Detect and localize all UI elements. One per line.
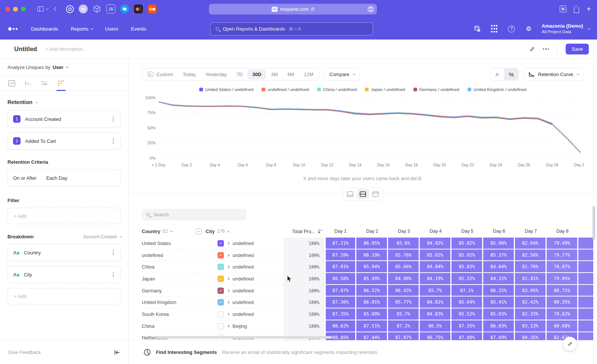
table-search[interactable] <box>142 209 246 220</box>
retention-cell[interactable]: 86.58% <box>325 273 356 285</box>
report-title[interactable]: Untitled <box>14 46 37 53</box>
find-segments-title[interactable]: Find Interesting Segments <box>156 349 217 355</box>
help-icon[interactable]: ? <box>507 25 516 33</box>
tab-flows[interactable] <box>41 76 48 91</box>
retention-cell[interactable]: 82.04% <box>515 238 547 250</box>
retention-step-1[interactable]: 1 Account Created <box>7 110 121 128</box>
retention-cell[interactable]: 85.82% <box>451 238 483 250</box>
retention-section-title[interactable]: Retention <box>7 99 121 105</box>
city-cell[interactable]: ✓undefined <box>196 273 284 285</box>
view-split-button[interactable] <box>357 189 369 199</box>
criteria-card[interactable]: On or After Each Day <box>7 169 121 186</box>
kebab-menu-icon[interactable] <box>111 270 115 279</box>
retention-cell[interactable]: 84.84% <box>420 261 451 273</box>
retention-cell[interactable]: 86.5% <box>420 320 451 332</box>
data-management-icon[interactable] <box>473 25 481 33</box>
retention-cell[interactable]: 87.35% <box>451 320 483 332</box>
retention-cell[interactable]: 82.56% <box>515 250 547 261</box>
city-cell[interactable]: ✓undefined <box>196 296 284 308</box>
close-window-button[interactable] <box>5 7 10 12</box>
step-event-label[interactable]: Added To Cart <box>25 138 56 144</box>
retention-cell[interactable]: 84.32% <box>483 273 515 285</box>
page-options-icon[interactable]: ••• <box>368 6 374 12</box>
country-cell[interactable]: undefined <box>142 250 196 261</box>
chart-type-button[interactable]: Retention Curve <box>523 68 584 81</box>
add-description[interactable]: + Add description... <box>45 46 87 52</box>
expand-row-icon[interactable] <box>227 266 229 268</box>
breakdown-property-label[interactable]: City <box>24 272 32 277</box>
row-checkbox-checked[interactable]: ✓ <box>218 240 224 247</box>
expand-row-icon[interactable] <box>227 254 229 256</box>
retention-cell[interactable]: 85.41% <box>483 296 515 308</box>
apps-grid-icon[interactable] <box>490 25 498 33</box>
retention-cell[interactable]: 87.97% <box>325 285 356 297</box>
retention-cell[interactable]: 85.02% <box>420 250 451 261</box>
retention-cell[interactable]: 87.39% <box>325 250 356 261</box>
share-link-fab[interactable]: ⚯ <box>563 337 577 351</box>
settings-gear-icon[interactable]: ⚙ <box>525 25 533 33</box>
add-breakdown-button[interactable]: + Add <box>7 288 121 304</box>
column-day-5[interactable]: Day 5 <box>451 225 483 238</box>
retention-cell[interactable]: 85.94% <box>356 261 388 273</box>
retention-cell[interactable]: 86.75% <box>420 332 451 341</box>
retention-cell[interactable]: 78.87% <box>547 261 578 273</box>
minimize-window-button[interactable] <box>13 7 18 12</box>
vertical-scrollbar[interactable] <box>593 206 595 240</box>
date-range-3m[interactable]: 3M <box>266 69 282 79</box>
nav-link-users[interactable]: Users <box>105 26 118 32</box>
expand-row-icon[interactable] <box>227 301 229 304</box>
address-bar[interactable]: mixpanel.com ••• <box>209 4 377 15</box>
column-day-8[interactable]: Day 8 <box>547 225 578 238</box>
retention-cell[interactable]: 80.68% <box>547 320 578 332</box>
retention-cell[interactable]: 85.77% <box>388 296 420 308</box>
retention-cell[interactable]: 81.76% <box>515 261 547 273</box>
retention-cell[interactable]: 84.81% <box>420 296 451 308</box>
column-day-3[interactable]: Day 3 <box>388 225 420 238</box>
onepassword-extension-icon[interactable] <box>66 5 74 13</box>
mixpanel-logo[interactable] <box>8 27 18 31</box>
retention-cell[interactable]: 80.35% <box>547 296 578 308</box>
retention-cell[interactable]: 84.19% <box>420 273 451 285</box>
country-cell[interactable]: South Korea <box>142 308 196 320</box>
row-checkbox-unchecked[interactable] <box>218 311 224 317</box>
back-icon[interactable] <box>54 7 57 10</box>
bluebird-extension-icon[interactable] <box>120 4 129 13</box>
city-cell[interactable]: undefined <box>196 308 284 320</box>
retention-cell[interactable]: 86.05% <box>356 238 388 250</box>
column-total[interactable]: Total Pro... <box>284 225 325 238</box>
retention-chart[interactable]: 0%25%50%75%100%< 1 DayDay 2Day 4Day 6Day… <box>142 94 588 172</box>
country-cell[interactable]: China <box>142 320 196 332</box>
retention-cell[interactable]: 85.64% <box>451 296 483 308</box>
global-search[interactable]: Open Reports & Dashboards ⌘ + K <box>210 22 373 35</box>
retention-cell[interactable]: 86.01% <box>356 296 388 308</box>
expand-row-icon[interactable] <box>227 242 229 245</box>
column-day-6[interactable]: Day 6 <box>483 225 515 238</box>
row-checkbox-unchecked[interactable] <box>218 323 224 329</box>
retention-cell[interactable]: 87.69% <box>483 332 515 341</box>
date-range-yesterday[interactable]: Yesterday <box>201 69 232 79</box>
javascript-extension-icon[interactable]: JS <box>106 4 115 13</box>
column-day-2[interactable]: Day 2 <box>356 225 388 238</box>
column-country[interactable]: Country52 <box>142 225 196 238</box>
retention-cell[interactable]: 80.71% <box>547 285 578 297</box>
retention-cell[interactable]: 85.76% <box>388 250 420 261</box>
city-cell[interactable]: ✓undefined <box>196 238 284 250</box>
retention-cell[interactable]: 79.62% <box>547 308 578 320</box>
city-cell[interactable]: Beijing <box>196 320 284 332</box>
analyze-uniques-row[interactable]: Analyze Uniques by User <box>0 59 128 76</box>
retention-cell[interactable]: 86.25% <box>483 285 515 297</box>
date-range-12m[interactable]: 12M <box>299 69 318 79</box>
retention-cell[interactable]: 85.99% <box>356 308 388 320</box>
breakdown-item-country[interactable]: Aa Country <box>7 244 121 261</box>
retention-cell[interactable]: 87.01% <box>325 261 356 273</box>
monica-extension-icon[interactable]: m <box>79 4 88 13</box>
give-feedback-link[interactable]: Give Feedback <box>8 349 41 355</box>
view-table-only-button[interactable] <box>370 189 382 199</box>
criteria-interval[interactable]: Each Day <box>46 175 67 181</box>
add-filter-button[interactable]: + Add <box>7 208 121 224</box>
kebab-menu-icon[interactable] <box>111 248 115 257</box>
column-day-1[interactable]: Day 1 <box>325 225 356 238</box>
column-day-7[interactable]: Day 7 <box>515 225 547 238</box>
more-options-icon[interactable] <box>543 48 549 50</box>
retention-cell[interactable]: 86.03% <box>483 320 515 332</box>
